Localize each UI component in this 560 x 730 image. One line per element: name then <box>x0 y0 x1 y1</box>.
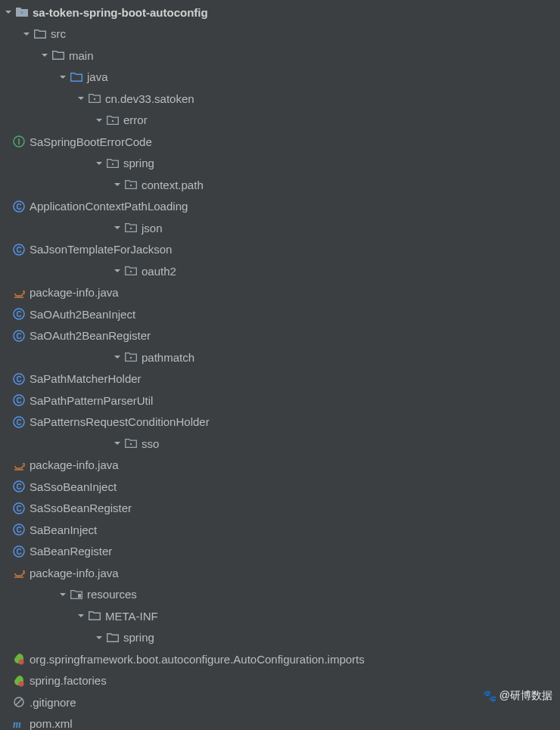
tree-item-file[interactable]: C SaBeanInject <box>0 519 560 541</box>
tree-label: package-info.java <box>30 286 119 299</box>
svg-point-3 <box>112 120 114 122</box>
tree-item-file[interactable]: C SaPathPatternParserUtil <box>0 390 560 412</box>
svg-text:C: C <box>16 483 21 491</box>
project-tree: sa-token-spring-boot-autoconfig src main… <box>0 0 560 730</box>
java-file-icon <box>13 459 25 471</box>
tree-label: SaSsoBeanRegister <box>30 502 132 514</box>
tree-item-file[interactable]: C SaOAuth2BeanRegister <box>0 325 560 347</box>
chevron-down-icon <box>76 93 86 104</box>
tree-item-metainf[interactable]: META-INF <box>0 605 560 627</box>
folder-icon <box>89 610 101 622</box>
class-icon: C <box>13 416 25 428</box>
tree-item-sso[interactable]: sso <box>0 433 560 455</box>
tree-label: main <box>69 49 94 62</box>
chevron-down-icon <box>58 589 68 600</box>
spring-config-icon <box>13 653 25 665</box>
tree-item-file[interactable]: C SaPatternsRequestConditionHolder <box>0 412 560 433</box>
tree-item-file[interactable]: C SaBeanRegister <box>0 541 560 563</box>
tree-label: org.springframework.boot.autoconfigure.A… <box>30 653 365 666</box>
tree-item-file[interactable]: org.springframework.boot.autoconfigure.A… <box>0 648 560 670</box>
tree-item-file[interactable]: C SaSsoBeanRegister <box>0 498 560 520</box>
tree-label: src <box>51 27 66 40</box>
class-icon: C <box>13 330 25 342</box>
module-folder-icon <box>16 6 28 18</box>
chevron-down-icon <box>21 29 32 39</box>
package-icon <box>125 222 137 234</box>
folder-icon <box>107 632 119 644</box>
package-icon <box>107 114 119 126</box>
svg-point-6 <box>112 163 114 165</box>
class-icon: C <box>13 308 25 320</box>
maven-icon: m <box>13 718 25 730</box>
chevron-down-icon <box>112 352 123 362</box>
package-icon <box>125 351 137 363</box>
tree-item-spring[interactable]: spring <box>0 153 560 175</box>
tree-item-file[interactable]: package-info.java <box>0 455 560 477</box>
folder-icon <box>52 49 64 61</box>
tree-item-file[interactable]: C SaOAuth2BeanInject <box>0 303 560 325</box>
tree-item-pom[interactable]: m pom.xml <box>0 713 560 731</box>
tree-item-contextpath[interactable]: context.path <box>0 174 560 196</box>
tree-item-file[interactable]: spring.factories <box>0 670 560 692</box>
tree-label: spring <box>123 157 154 169</box>
watermark-text: @研博数据 <box>499 689 552 703</box>
tree-item-gitignore[interactable]: .gitignore <box>0 691 560 713</box>
tree-label: .gitignore <box>30 696 76 709</box>
tree-label: package-info.java <box>30 458 119 471</box>
svg-line-37 <box>16 699 22 705</box>
svg-point-2 <box>94 98 95 100</box>
tree-item-file[interactable]: package-info.java <box>0 282 560 304</box>
svg-text:C: C <box>16 246 21 254</box>
tree-item-src[interactable]: src <box>0 23 560 45</box>
tree-item-pathmatch[interactable]: pathmatch <box>0 346 560 368</box>
class-icon: C <box>13 200 25 213</box>
tree-item-file[interactable]: C SaPathMatcherHolder <box>0 368 560 390</box>
class-icon: C <box>13 502 25 514</box>
tree-label: ApplicationContextPathLoading <box>30 200 188 213</box>
chevron-down-icon <box>94 115 104 126</box>
tree-label: SaOAuth2BeanInject <box>30 308 135 321</box>
tree-label: spring.factories <box>30 674 107 687</box>
tree-label: package-info.java <box>30 567 119 579</box>
svg-text:C: C <box>16 310 21 318</box>
watermark: 🐾 @研博数据 <box>483 689 552 703</box>
tree-item-resources[interactable]: resources <box>0 584 560 606</box>
svg-text:C: C <box>16 526 21 534</box>
tree-item-file[interactable]: package-info.java <box>0 562 560 584</box>
package-icon <box>125 179 137 191</box>
gitignore-icon <box>13 696 25 708</box>
resources-folder-icon <box>70 589 82 601</box>
tree-item-resource-spring[interactable]: spring <box>0 627 560 649</box>
tree-item-error[interactable]: error <box>0 110 560 132</box>
tree-label: SaBeanRegister <box>30 545 112 558</box>
tree-label: json <box>142 222 163 235</box>
tree-item-java[interactable]: java <box>0 67 560 89</box>
chevron-down-icon <box>3 7 14 17</box>
tree-label: context.path <box>142 179 204 191</box>
tree-label: error <box>123 113 148 126</box>
tree-item-main[interactable]: main <box>0 45 560 67</box>
tree-item-json[interactable]: json <box>0 217 560 239</box>
tree-label: SaPathPatternParserUtil <box>30 394 153 407</box>
tree-label: java <box>87 70 108 83</box>
tree-item-package[interactable]: cn.dev33.satoken <box>0 88 560 110</box>
svg-point-25 <box>130 443 132 445</box>
tree-label: SaPatternsRequestConditionHolder <box>30 415 210 428</box>
svg-text:I: I <box>17 137 20 146</box>
chevron-down-icon <box>112 266 123 276</box>
tree-item-file[interactable]: C ApplicationContextPathLoading <box>0 196 560 218</box>
tree-label: META-INF <box>105 610 158 623</box>
chevron-down-icon <box>112 179 123 190</box>
tree-item-file[interactable]: C SaSsoBeanInject <box>0 476 560 498</box>
package-icon <box>89 92 101 104</box>
class-icon: C <box>13 523 25 536</box>
svg-text:m: m <box>13 719 21 730</box>
svg-point-10 <box>130 228 132 229</box>
tree-item-root[interactable]: sa-token-spring-boot-autoconfig <box>0 2 560 23</box>
class-icon: C <box>13 244 25 256</box>
tree-item-file[interactable]: C SaJsonTemplateForJackson <box>0 239 560 261</box>
tree-item-file[interactable]: I SaSpringBootErrorCode <box>0 131 560 153</box>
package-icon <box>125 437 137 449</box>
svg-point-35 <box>19 681 24 686</box>
tree-item-oauth2[interactable]: oauth2 <box>0 260 560 282</box>
